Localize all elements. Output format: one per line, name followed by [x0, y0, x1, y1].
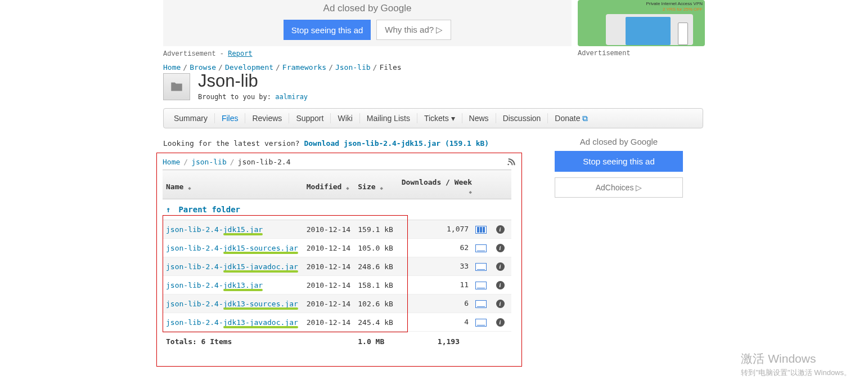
file-downloads: 11	[460, 280, 469, 289]
table-row: json-lib-2.4-jdk15-sources.jar2010-12-14…	[163, 239, 511, 257]
stop-seeing-ad-button[interactable]: Stop seeing this ad	[284, 20, 371, 40]
brought-by: Brought to you by: aalmiray	[198, 93, 308, 101]
files-panel: Home/json-lib/json-lib-2.4 Name Modified…	[156, 153, 522, 367]
col-size[interactable]: Size	[354, 170, 397, 199]
watermark-line2: 转到"电脑设置"以激活 Windows。	[741, 368, 851, 378]
folder-icon	[169, 79, 184, 94]
tab-wiki[interactable]: Wiki	[331, 113, 359, 123]
device-illustration-screen	[626, 17, 671, 45]
crumb-development[interactable]: Development	[225, 63, 273, 72]
sort-icon	[188, 183, 192, 191]
rss-icon[interactable]	[507, 158, 516, 167]
info-icon[interactable]: i	[496, 318, 505, 327]
table-row: json-lib-2.4-jdk15-javadoc.jar2010-12-14…	[163, 257, 511, 276]
sort-icon	[380, 183, 384, 191]
file-size: 248.6 kB	[354, 257, 397, 276]
chart-icon[interactable]	[475, 244, 487, 252]
watermark-line1: 激活 Windows	[741, 351, 851, 367]
chart-icon[interactable]	[475, 226, 487, 234]
chart-icon[interactable]	[475, 282, 487, 289]
table-row: json-lib-2.4-jdk13.jar2010-12-14158.1 kB…	[163, 276, 511, 295]
report-link[interactable]: Report	[228, 50, 252, 57]
tab-news[interactable]: News	[462, 113, 496, 123]
file-link[interactable]: json-lib-2.4-jdk13-javadoc.jar	[166, 318, 298, 327]
side-ad-closed-text: Ad closed by Google	[555, 137, 683, 146]
vpn-ad-banner[interactable]: Private Internet Access VPN 2 YRS for 25…	[578, 0, 705, 46]
side-stop-ad-button[interactable]: Stop seeing this ad	[555, 151, 683, 172]
chart-icon[interactable]	[475, 319, 487, 327]
col-downloads[interactable]: Downloads / Week	[397, 170, 489, 199]
adchoices-button[interactable]: AdChoices ▷	[555, 177, 683, 198]
file-modified: 2010-12-14	[303, 295, 355, 313]
crumb-frameworks[interactable]: Frameworks	[282, 63, 326, 72]
table-row: json-lib-2.4-jdk13-sources.jar2010-12-14…	[163, 295, 511, 313]
files-crumb-jsonlib[interactable]: json-lib	[191, 158, 227, 166]
vpn-ad-line1: Private Internet Access VPN	[646, 1, 703, 7]
tab-donate[interactable]: Donate ⧉	[548, 113, 595, 123]
crumb-jsonlib[interactable]: Json-lib	[335, 63, 371, 72]
info-icon[interactable]: i	[496, 244, 505, 252]
google-logo-text: Google	[381, 3, 412, 14]
project-icon	[163, 73, 190, 100]
windows-activation-watermark: 激活 Windows 转到"电脑设置"以激活 Windows。	[741, 351, 851, 378]
tab-summary[interactable]: Summary	[167, 113, 215, 123]
latest-version-prompt: Looking for the latest version? Download…	[163, 139, 489, 148]
file-downloads: 62	[460, 243, 469, 252]
info-icon[interactable]: i	[496, 262, 505, 271]
table-row: json-lib-2.4-jdk13-javadoc.jar2010-12-14…	[163, 313, 511, 332]
file-link[interactable]: json-lib-2.4-jdk15-javadoc.jar	[166, 262, 298, 271]
donate-label: Donate	[555, 114, 580, 123]
files-table: Name Modified Size Downloads / Week ↑Par…	[163, 170, 511, 351]
adv-text: Advertisement	[163, 50, 216, 58]
top-ad-banner: Ad closed by Google Stop seeing this ad …	[163, 0, 572, 46]
file-size: 102.6 kB	[354, 295, 397, 313]
external-link-icon: ⧉	[582, 114, 588, 123]
totals-size: 1.0 MB	[354, 332, 397, 352]
sidebar-ad: Ad closed by Google Stop seeing this ad …	[555, 137, 683, 198]
info-icon[interactable]: i	[496, 281, 505, 289]
adv-dash: -	[216, 50, 228, 58]
project-tabs: Summary Files Reviews Support Wiki Maili…	[163, 108, 703, 128]
crumb-home[interactable]: Home	[163, 63, 181, 72]
vpn-ad-text: Private Internet Access VPN 2 YRS for 25…	[646, 1, 703, 12]
tab-tickets[interactable]: Tickets ▾	[417, 113, 462, 123]
file-downloads: 1,077	[447, 225, 469, 233]
file-size: 158.1 kB	[354, 276, 397, 295]
files-breadcrumb: Home/json-lib/json-lib-2.4	[163, 158, 516, 166]
file-link[interactable]: json-lib-2.4-jdk15-sources.jar	[166, 244, 298, 252]
file-link[interactable]: json-lib-2.4-jdk13.jar	[166, 281, 263, 289]
info-icon[interactable]: i	[496, 300, 505, 308]
advertisement-label-right: Advertisement	[578, 50, 631, 57]
sort-icon	[346, 183, 350, 191]
totals-label: Totals: 6 Items	[163, 332, 354, 352]
crumb-current: Files	[379, 63, 401, 72]
table-row: json-lib-2.4-jdk15.jar2010-12-14159.1 kB…	[163, 220, 511, 239]
breadcrumb: Home/Browse/Development/Frameworks/Json-…	[163, 63, 402, 72]
chart-icon[interactable]	[475, 263, 487, 271]
why-this-ad-button[interactable]: Why this ad? ▷	[376, 20, 451, 40]
vpn-ad-line2: 2 YRS for 25% OFF	[646, 7, 703, 12]
tab-files[interactable]: Files	[215, 113, 246, 123]
file-downloads: 6	[464, 299, 469, 307]
chart-icon[interactable]	[475, 300, 487, 308]
files-crumb-home[interactable]: Home	[163, 158, 180, 166]
file-modified: 2010-12-14	[303, 239, 355, 257]
file-link[interactable]: json-lib-2.4-jdk13-sources.jar	[166, 300, 298, 308]
file-link[interactable]: json-lib-2.4-jdk15.jar	[166, 225, 263, 234]
tab-discussion[interactable]: Discussion	[496, 113, 548, 123]
download-latest-link[interactable]: Download json-lib-2.4-jdk15.jar (159.1 k…	[304, 139, 489, 148]
file-downloads: 33	[460, 262, 469, 270]
info-icon[interactable]: i	[496, 225, 505, 234]
tab-reviews[interactable]: Reviews	[245, 113, 289, 123]
crumb-browse[interactable]: Browse	[190, 63, 216, 72]
col-name[interactable]: Name	[163, 170, 303, 199]
device-illustration-phone	[678, 23, 688, 45]
tab-support[interactable]: Support	[289, 113, 331, 123]
parent-folder-row[interactable]: ↑Parent folder	[163, 199, 511, 220]
file-size: 159.1 kB	[354, 220, 397, 239]
author-link[interactable]: aalmiray	[275, 93, 308, 101]
totals-downloads: 1,193	[397, 332, 489, 352]
col-modified[interactable]: Modified	[303, 170, 355, 199]
ad-closed-prefix: Ad closed by	[323, 3, 381, 14]
tab-mailing-lists[interactable]: Mailing Lists	[360, 113, 417, 123]
